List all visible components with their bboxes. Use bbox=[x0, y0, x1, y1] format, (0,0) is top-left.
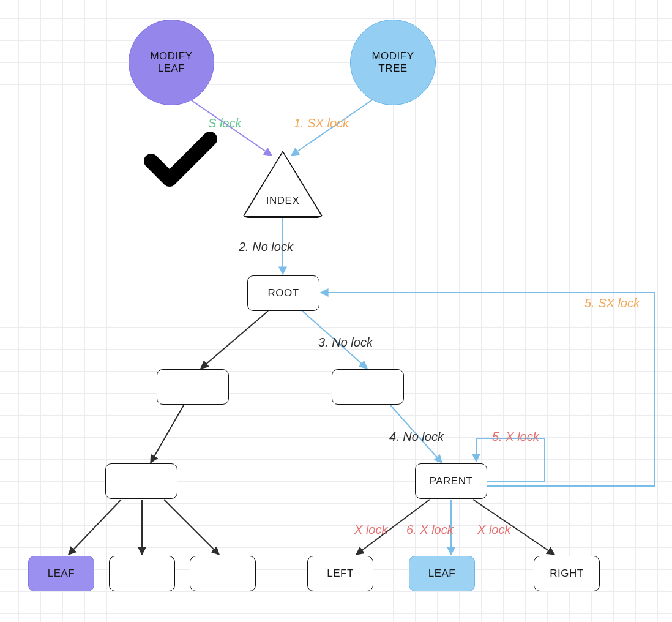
label-sx-lock-1: 1. SX lock bbox=[294, 116, 349, 130]
node-modify-tree-label: MODIFY TREE bbox=[371, 50, 414, 75]
node-leaf-blue-label: LEAF bbox=[428, 568, 456, 580]
label-no-lock-3: 3. No lock bbox=[318, 335, 373, 350]
label-x-lock-5: 5. X lock bbox=[492, 430, 539, 444]
node-left-label: LEFT bbox=[327, 568, 354, 580]
edge-lowerbox-leafpurple bbox=[69, 500, 121, 555]
node-blank-lower bbox=[105, 463, 177, 499]
node-right: RIGHT bbox=[534, 556, 600, 591]
edge-root-leftchild bbox=[201, 311, 268, 369]
node-modify-tree: MODIFY TREE bbox=[350, 20, 436, 105]
node-left: LEFT bbox=[307, 556, 373, 591]
node-blank-leaf1 bbox=[109, 556, 175, 591]
node-root: ROOT bbox=[247, 275, 319, 311]
node-blank-leaf2 bbox=[190, 556, 256, 591]
checkmark-icon bbox=[144, 132, 217, 189]
edge-leftchild-lowerbox bbox=[151, 405, 184, 463]
node-leaf-purple: LEAF bbox=[28, 556, 94, 591]
label-s-lock: S lock bbox=[208, 116, 241, 130]
node-blank-r1 bbox=[332, 369, 404, 405]
label-no-lock-4: 4. No lock bbox=[389, 430, 444, 444]
node-leaf-purple-label: LEAF bbox=[48, 568, 75, 580]
node-parent: PARENT bbox=[415, 463, 487, 499]
node-modify-leaf: MODIFY LEAF bbox=[129, 20, 214, 105]
node-right-label: RIGHT bbox=[550, 568, 583, 580]
label-x-lock-left: X lock bbox=[354, 523, 387, 537]
edge-lowerbox-blank2 bbox=[164, 500, 219, 555]
node-index: INDEX bbox=[242, 151, 324, 218]
node-root-label: ROOT bbox=[267, 287, 299, 299]
node-index-label: INDEX bbox=[266, 195, 299, 207]
node-modify-leaf-label: MODIFY LEAF bbox=[150, 50, 192, 75]
node-blank-l1 bbox=[157, 369, 229, 405]
label-x-lock-right: X lock bbox=[477, 523, 510, 537]
node-parent-label: PARENT bbox=[430, 475, 473, 487]
label-sx-lock-5: 5. SX lock bbox=[584, 296, 640, 310]
label-no-lock-2: 2. No lock bbox=[239, 240, 293, 254]
node-leaf-blue: LEAF bbox=[409, 556, 475, 591]
label-x-lock-6: 6. X lock bbox=[406, 523, 454, 537]
